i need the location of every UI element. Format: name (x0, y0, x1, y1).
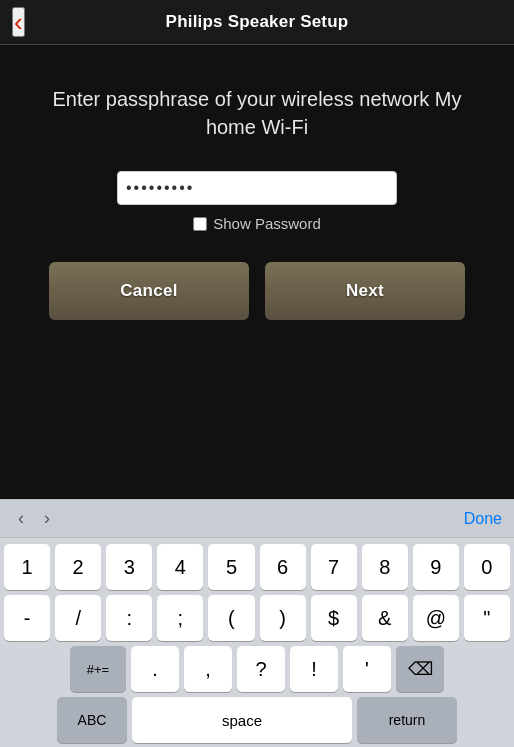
keyboard-toolbar: ‹ › Done (0, 500, 514, 538)
abc-key[interactable]: ABC (57, 697, 127, 743)
key-at[interactable]: @ (413, 595, 459, 641)
key-dollar[interactable]: $ (311, 595, 357, 641)
key-8[interactable]: 8 (362, 544, 408, 590)
header: ‹ Philips Speaker Setup (0, 0, 514, 45)
key-row-1: 1 2 3 4 5 6 7 8 9 0 (4, 544, 510, 590)
cancel-button[interactable]: Cancel (49, 262, 249, 320)
password-input[interactable] (117, 171, 397, 205)
key-0[interactable]: 0 (464, 544, 510, 590)
key-apostrophe[interactable]: ' (343, 646, 391, 692)
key-semicolon[interactable]: ; (157, 595, 203, 641)
back-button[interactable]: ‹ (12, 7, 25, 37)
key-ampersand[interactable]: & (362, 595, 408, 641)
done-button[interactable]: Done (464, 510, 502, 528)
key-exclaim[interactable]: ! (290, 646, 338, 692)
keyboard-rows: 1 2 3 4 5 6 7 8 9 0 - / : ; ( ) $ & @ " … (0, 538, 514, 747)
key-period[interactable]: . (131, 646, 179, 692)
prev-field-button[interactable]: ‹ (12, 506, 30, 531)
key-9[interactable]: 9 (413, 544, 459, 590)
page-title: Philips Speaker Setup (16, 12, 498, 32)
keyboard: ‹ › Done 1 2 3 4 5 6 7 8 9 0 - / : ; ( )… (0, 499, 514, 747)
button-row: Cancel Next (30, 262, 484, 320)
next-field-button[interactable]: › (38, 506, 56, 531)
delete-key[interactable]: ⌫ (396, 646, 444, 692)
key-quote[interactable]: " (464, 595, 510, 641)
key-open-paren[interactable]: ( (208, 595, 254, 641)
key-question[interactable]: ? (237, 646, 285, 692)
show-password-checkbox[interactable] (193, 217, 207, 231)
space-key[interactable]: space (132, 697, 352, 743)
key-row-4: ABC space return (4, 697, 510, 743)
key-2[interactable]: 2 (55, 544, 101, 590)
key-row-2: - / : ; ( ) $ & @ " (4, 595, 510, 641)
key-1[interactable]: 1 (4, 544, 50, 590)
next-button[interactable]: Next (265, 262, 465, 320)
show-password-row: Show Password (193, 215, 321, 232)
key-3[interactable]: 3 (106, 544, 152, 590)
content-area: Enter passphrase of your wireless networ… (0, 45, 514, 340)
key-row-3: #+= . , ? ! ' ⌫ (4, 646, 510, 692)
hash-plus-key[interactable]: #+= (70, 646, 126, 692)
key-7[interactable]: 7 (311, 544, 357, 590)
return-key[interactable]: return (357, 697, 457, 743)
key-close-paren[interactable]: ) (260, 595, 306, 641)
key-colon[interactable]: : (106, 595, 152, 641)
key-slash[interactable]: / (55, 595, 101, 641)
nav-arrows: ‹ › (12, 506, 56, 531)
key-comma[interactable]: , (184, 646, 232, 692)
key-5[interactable]: 5 (208, 544, 254, 590)
show-password-label[interactable]: Show Password (213, 215, 321, 232)
key-4[interactable]: 4 (157, 544, 203, 590)
prompt-text: Enter passphrase of your wireless networ… (30, 85, 484, 141)
key-6[interactable]: 6 (260, 544, 306, 590)
key-dash[interactable]: - (4, 595, 50, 641)
